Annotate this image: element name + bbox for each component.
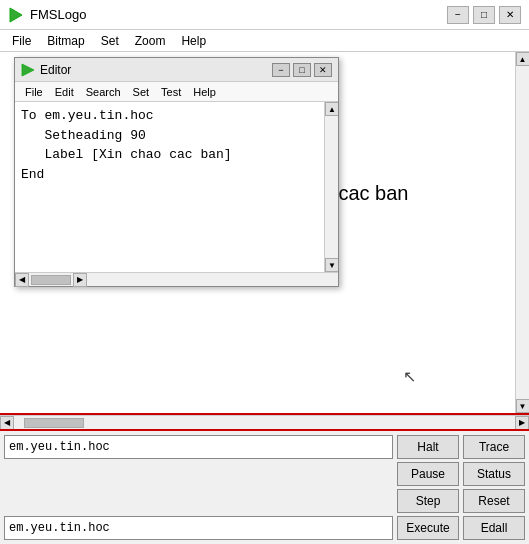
- editor-line-4: End: [21, 165, 318, 185]
- editor-menu-help[interactable]: Help: [187, 85, 222, 99]
- command-input-top[interactable]: [4, 435, 393, 459]
- editor-maximize-button[interactable]: □: [293, 63, 311, 77]
- canvas-hscroll-right[interactable]: ▶: [515, 416, 529, 430]
- editor-line-3: Label [Xin chao cac ban]: [21, 145, 318, 165]
- menu-zoom[interactable]: Zoom: [127, 32, 174, 50]
- canvas-vscrollbar: ▲ ▼: [515, 52, 529, 413]
- bottom-row-1: Halt Trace: [4, 435, 525, 459]
- step-button[interactable]: Step: [397, 489, 459, 513]
- canvas-vscroll-down[interactable]: ▼: [516, 399, 530, 413]
- bottom-row-2: Pause Status: [4, 462, 525, 486]
- editor-hscroll-thumb[interactable]: [31, 275, 71, 285]
- bottom-panel: Halt Trace Pause Status Step Reset Execu…: [0, 429, 529, 544]
- editor-vscroll-down[interactable]: ▼: [325, 258, 338, 272]
- app-title: FMSLogo: [30, 7, 447, 22]
- close-button[interactable]: ✕: [499, 6, 521, 24]
- canvas-area: ▲ ▼ Xin chao cac ban ↖ ↖ Editor − □ ✕ Fi…: [0, 52, 529, 415]
- editor-controls: − □ ✕: [272, 63, 332, 77]
- editor-title: Editor: [40, 63, 272, 77]
- editor-hscroll-left[interactable]: ◀: [15, 273, 29, 287]
- svg-marker-1: [22, 64, 34, 76]
- editor-menu-edit[interactable]: Edit: [49, 85, 80, 99]
- canvas-hscroll-left[interactable]: ◀: [0, 416, 14, 430]
- reset-button[interactable]: Reset: [463, 489, 525, 513]
- editor-menu-file[interactable]: File: [19, 85, 49, 99]
- editor-line-1: To em.yeu.tin.hoc: [21, 106, 318, 126]
- editor-line-2: Setheading 90: [21, 126, 318, 146]
- title-bar: FMSLogo − □ ✕: [0, 0, 529, 30]
- menu-bar: File Bitmap Set Zoom Help: [0, 30, 529, 52]
- editor-vscroll-track: [325, 116, 338, 258]
- editor-icon: [21, 63, 35, 77]
- turtle-cursor-icon: ↖: [403, 367, 416, 386]
- window-controls: − □ ✕: [447, 6, 521, 24]
- halt-button[interactable]: Halt: [397, 435, 459, 459]
- editor-menu-search[interactable]: Search: [80, 85, 127, 99]
- editor-window: Editor − □ ✕ File Edit Search Set Test H…: [14, 57, 339, 287]
- menu-help[interactable]: Help: [173, 32, 214, 50]
- editor-title-bar: Editor − □ ✕: [15, 58, 338, 82]
- editor-menu-bar: File Edit Search Set Test Help: [15, 82, 338, 102]
- edall-button[interactable]: Edall: [463, 516, 525, 540]
- minimize-button[interactable]: −: [447, 6, 469, 24]
- editor-vscroll-up[interactable]: ▲: [325, 102, 338, 116]
- canvas-hscrollbar: ◀ ▶: [0, 415, 529, 429]
- menu-set[interactable]: Set: [93, 32, 127, 50]
- execute-button[interactable]: Execute: [397, 516, 459, 540]
- editor-minimize-button[interactable]: −: [272, 63, 290, 77]
- canvas-vscroll-up[interactable]: ▲: [516, 52, 530, 66]
- editor-hscrollbar: ◀ ▶: [15, 272, 338, 286]
- canvas-hscroll-thumb[interactable]: [24, 418, 84, 428]
- editor-menu-test[interactable]: Test: [155, 85, 187, 99]
- app-icon: [8, 7, 24, 23]
- editor-vscrollbar: ▲ ▼: [324, 102, 338, 272]
- bottom-row-4: Execute Edall: [4, 516, 525, 540]
- trace-button[interactable]: Trace: [463, 435, 525, 459]
- status-button[interactable]: Status: [463, 462, 525, 486]
- maximize-button[interactable]: □: [473, 6, 495, 24]
- menu-file[interactable]: File: [4, 32, 39, 50]
- editor-menu-set[interactable]: Set: [127, 85, 156, 99]
- editor-hscroll-right[interactable]: ▶: [73, 273, 87, 287]
- command-input-bottom[interactable]: [4, 516, 393, 540]
- editor-close-button[interactable]: ✕: [314, 63, 332, 77]
- editor-text[interactable]: To em.yeu.tin.hoc Setheading 90 Label [X…: [15, 102, 324, 272]
- svg-marker-0: [10, 8, 22, 22]
- editor-content: To em.yeu.tin.hoc Setheading 90 Label [X…: [15, 102, 338, 272]
- bottom-row-3: Step Reset: [4, 489, 525, 513]
- pause-button[interactable]: Pause: [397, 462, 459, 486]
- menu-bitmap[interactable]: Bitmap: [39, 32, 92, 50]
